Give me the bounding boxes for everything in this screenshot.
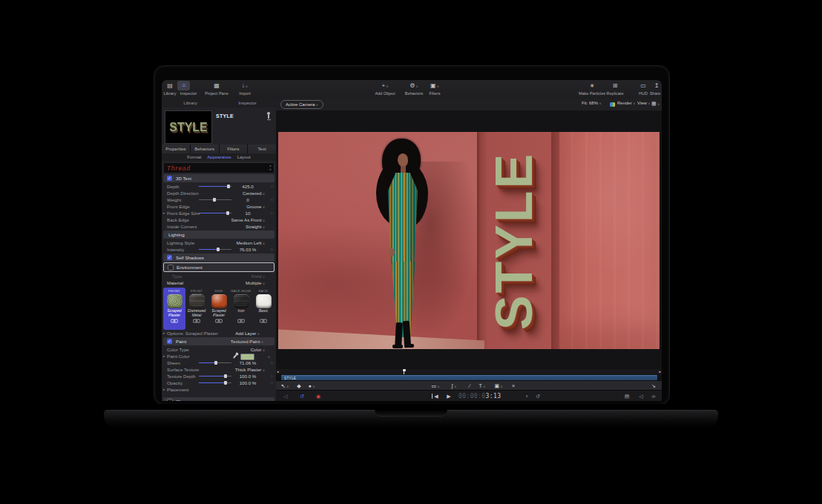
add-object-icon[interactable]: +∨ [378,82,392,90]
weight-keyframe-icon[interactable]: ◇ [271,198,273,202]
depth-value[interactable]: 425.0 [233,184,263,189]
filters-icon[interactable]: ▣∨ [428,82,441,90]
material-front-edge[interactable]: FRONT EDGE Distressed Metal [185,288,208,330]
paint-popup[interactable]: Textured Paint∨ [231,339,263,344]
select-tool[interactable]: ↖∨ [280,382,289,389]
timecode-dropdown-icon[interactable]: ∨ [524,393,530,399]
add-object-label[interactable]: Add Object [370,91,400,96]
depth-keyframe-icon[interactable]: ◇ [271,185,273,188]
paint-checkbox[interactable]: ✓ [167,339,172,344]
pin-icon[interactable] [266,112,271,121]
subtab-layout[interactable]: Layout [237,155,251,159]
3d-transform-tool[interactable]: ●∨ [307,382,316,389]
playhead[interactable] [404,369,404,374]
view-popup[interactable]: View∨ [637,101,650,105]
viewer-canvas[interactable]: STYLE [276,110,662,369]
out-point-marker[interactable]: ◂ [659,370,660,374]
hud-icon[interactable]: ▭ [637,82,649,90]
tab-filters[interactable]: Filters [220,145,249,153]
material-front[interactable]: FRONT Scraped Plaster [163,288,185,330]
edit-points-tool[interactable]: ◆ [295,382,303,389]
tab-text[interactable]: Text [248,145,276,153]
make-particles-icon[interactable]: ∗ [586,82,598,90]
front-edge-popup[interactable]: Groove∨ [246,204,265,209]
timeline-ruler[interactable]: ▸ ◂ [276,369,662,374]
import-icon[interactable]: ↓∨ [239,82,251,90]
audio-icon[interactable]: ◁ [637,393,645,399]
camera-popup[interactable]: Active Camera∨ [280,100,323,109]
layout-grid-icon[interactable]: ▦∨ [651,101,660,107]
paint-color-dropdown-icon[interactable]: ∨ [266,354,270,359]
tab-properties[interactable]: Properties [162,145,191,153]
weight-slider[interactable] [199,199,231,201]
tab-inspector[interactable]: Inspector [219,99,276,107]
front-edge-size-slider[interactable] [199,213,231,214]
record-button[interactable]: ◉ [315,393,322,399]
add-object-dropdown-icon[interactable]: ∨ [386,84,388,88]
intensity-slider[interactable] [199,249,231,251]
import-dropdown-icon[interactable]: ∨ [246,84,248,88]
self-shadows-checkbox[interactable]: ✓ [167,255,172,260]
options-disclosure-icon[interactable]: ▸ [163,331,165,335]
inspector-icon[interactable]: ≡ [178,82,190,90]
link-icon[interactable] [215,319,223,323]
share-icon[interactable]: ↥ [651,82,662,90]
link-av-icon[interactable]: ∞ [650,393,657,399]
import-label[interactable]: Import [235,91,254,96]
back-edge-popup[interactable]: Same As Front∨ [231,217,265,222]
library-icon[interactable]: ▤ [164,82,176,90]
cut-tool[interactable]: × [510,382,517,389]
texture-depth-keyframe-icon[interactable]: ◇ [271,374,273,378]
subtab-format[interactable]: Format [187,155,201,159]
replicate-icon[interactable]: ⊞ [609,82,621,90]
replicate-label[interactable]: Replicate [602,91,628,96]
text-tool[interactable]: T∨ [477,382,487,389]
material-back-swatch[interactable] [256,294,272,308]
inside-corners-popup[interactable]: Straight∨ [246,224,265,229]
depth-direction-popup[interactable]: Centered∨ [243,190,265,196]
opacity-keyframe-icon[interactable]: ◇ [271,381,273,385]
front-edge-size-keyframe-icon[interactable]: ◇ [271,211,273,215]
placement-disclosure-icon[interactable]: ▸ [163,388,165,391]
go-to-start-button[interactable]: ◀ [432,394,440,399]
sheen-value[interactable]: 71.06 % [233,360,263,365]
material-back-edge[interactable]: BACK EDGE Iron [230,288,252,330]
audio-mute-icon[interactable]: ◁ [282,393,289,399]
link-icon[interactable] [193,319,200,323]
rectangle-tool[interactable]: ▭∨ [430,382,441,389]
subtab-appearance[interactable]: Appearance [207,155,231,159]
weight-value[interactable]: 0 [233,197,263,202]
style-preset-preview[interactable]: Thread ∧∨ [163,162,274,173]
show-timeline-icon[interactable]: ▤ [623,393,631,399]
surface-texture-popup[interactable]: Thick Plaster∨ [235,367,265,372]
line-tool[interactable]: ∕ [467,382,473,389]
texture-depth-slider[interactable] [199,376,231,377]
color-type-popup[interactable]: Color∨ [251,347,265,352]
link-icon[interactable] [171,319,178,323]
paint-color-disclosure-icon[interactable]: ▸ [163,354,165,358]
project-pane-icon[interactable]: ▦ [211,82,223,90]
sheen-slider[interactable] [199,362,231,364]
material-back-edge-swatch[interactable] [234,294,249,308]
in-point-marker[interactable]: ▸ [277,370,279,374]
glow-checkbox[interactable] [167,399,173,401]
intensity-keyframe-icon[interactable]: ◇ [271,248,273,251]
bezier-tool[interactable]: ∫∨ [449,382,459,389]
library-button-label[interactable]: Library [162,91,178,96]
environment-checkbox[interactable] [168,265,174,271]
filters-label[interactable]: Filters [424,91,446,96]
lighting-style-popup[interactable]: Medium Left∨ [236,240,265,245]
play-button[interactable]: ▶ [445,393,453,399]
link-icon[interactable] [237,319,245,323]
3d-text-checkbox[interactable]: ✓ [167,176,172,181]
timeline-clip-bar[interactable]: STYLE [281,375,657,380]
behaviors-icon[interactable]: ⚙∨ [407,82,421,90]
loop-playback-icon[interactable]: ↺ [298,393,306,399]
preset-stepper-icon[interactable]: ∧∨ [269,164,272,171]
share-label[interactable]: Share [647,91,662,96]
pan-zoom-icon[interactable]: ↘ [650,382,657,389]
front-edge-size-value[interactable]: 10 [233,210,263,216]
material-side[interactable]: SIDE Scraped Plaster [208,288,230,330]
eyedropper-icon[interactable] [233,354,237,359]
front-edge-size-disclosure-icon[interactable]: ▸ [163,211,165,215]
